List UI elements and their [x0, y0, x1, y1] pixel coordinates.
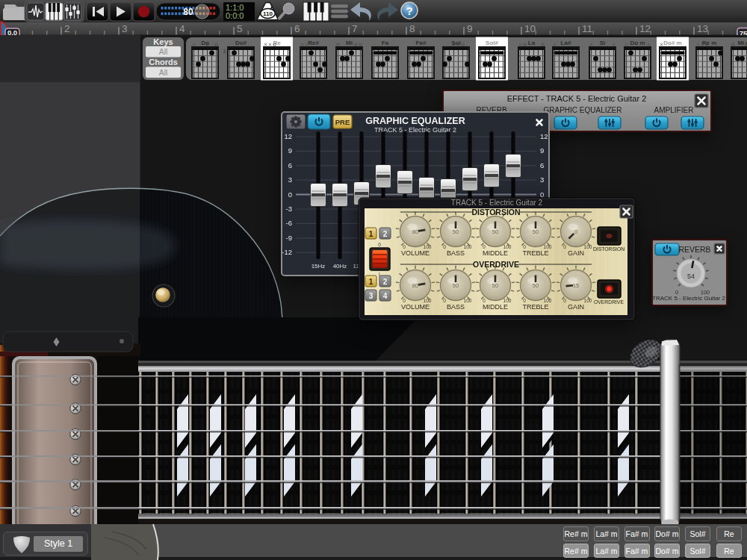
svg-text:-3: -3 [286, 205, 292, 213]
svg-text:50: 50 [533, 228, 539, 235]
svg-text:Do m: Do m [630, 40, 645, 46]
svg-text:0: 0 [378, 242, 381, 247]
svg-text:100: 100 [464, 298, 472, 303]
svg-text:All: All [159, 47, 168, 56]
svg-text:10: 10 [524, 23, 536, 34]
svg-text:100: 100 [544, 298, 552, 303]
svg-text:100: 100 [584, 298, 592, 303]
svg-text:6: 6 [294, 23, 300, 34]
svg-text:50: 50 [492, 282, 498, 289]
svg-text:12: 12 [540, 132, 548, 140]
svg-text:TRACK 5 - Electric Guitar 2: TRACK 5 - Electric Guitar 2 [451, 199, 543, 207]
svg-text:0:0:0: 0:0:0 [226, 11, 244, 20]
svg-text:MIDDLE: MIDDLE [483, 303, 508, 311]
svg-text:La: La [528, 40, 536, 46]
svg-text:-12: -12 [282, 248, 292, 256]
svg-text:Sol: Sol [451, 40, 460, 46]
svg-text:REVERB: REVERB [678, 245, 710, 254]
svg-text:Mi m: Mi m [737, 40, 747, 46]
svg-text:3: 3 [223, 49, 226, 54]
svg-text:0: 0 [443, 298, 446, 303]
svg-text:100: 100 [503, 244, 512, 249]
svg-text:Keys: Keys [153, 37, 173, 46]
svg-text:0: 0 [403, 298, 406, 303]
svg-text:TREBLE: TREBLE [522, 249, 548, 257]
svg-text:50: 50 [533, 282, 539, 289]
svg-text:6: 6 [540, 161, 544, 169]
svg-text:13: 13 [697, 23, 708, 34]
svg-text:DISTORSION: DISTORSION [471, 208, 520, 217]
svg-text:100: 100 [544, 244, 552, 249]
svg-text:Mi: Mi [346, 40, 353, 46]
svg-text:80: 80 [412, 282, 418, 289]
svg-text:?: ? [406, 4, 412, 17]
svg-text:0: 0 [563, 244, 566, 249]
svg-text:AMPLIFIER: AMPLIFIER [654, 106, 694, 114]
svg-text:50: 50 [453, 228, 459, 235]
svg-text:Fa#: Fa# [416, 40, 427, 46]
svg-text:9: 9 [288, 146, 292, 155]
svg-text:Do: Do [201, 40, 209, 46]
svg-text:80: 80 [183, 7, 193, 17]
svg-text:3: 3 [540, 175, 544, 184]
svg-text:0: 0 [523, 244, 526, 249]
svg-text:100: 100 [584, 244, 592, 249]
svg-text:5: 5 [237, 23, 243, 34]
svg-text:2: 2 [383, 278, 388, 286]
svg-text:0: 0 [288, 190, 292, 199]
svg-text:7: 7 [352, 23, 358, 34]
svg-text:40Hz: 40Hz [333, 263, 347, 270]
svg-text:11: 11 [582, 23, 592, 34]
svg-text:2: 2 [383, 230, 388, 238]
svg-text:VOLUME: VOLUME [401, 303, 430, 311]
svg-text:All: All [159, 68, 168, 77]
svg-text:54: 54 [687, 273, 695, 280]
svg-text:GRAPHIC EQUALIZER: GRAPHIC EQUALIZER [543, 106, 622, 114]
svg-text:100: 100 [503, 298, 512, 303]
svg-text:0: 0 [563, 298, 566, 303]
svg-text:0: 0 [483, 244, 486, 249]
svg-text:BASS: BASS [447, 303, 465, 311]
svg-text:0: 0 [574, 228, 577, 235]
svg-text:BASS: BASS [447, 249, 465, 257]
svg-text:TREBLE: TREBLE [522, 303, 548, 311]
svg-text:2: 2 [64, 23, 70, 34]
svg-text:Fa: Fa [382, 40, 389, 46]
svg-text:TRACK 5 - Electric Guitar 2: TRACK 5 - Electric Guitar 2 [374, 126, 456, 134]
svg-text:15: 15 [573, 282, 579, 289]
svg-text:0: 0 [443, 244, 446, 249]
svg-text:12: 12 [284, 132, 292, 140]
svg-text:100: 100 [424, 244, 432, 249]
svg-text:TRACK 5 - Electric Guitar 2: TRACK 5 - Electric Guitar 2 [652, 295, 725, 302]
svg-text:110: 110 [263, 10, 273, 17]
svg-text:DISTORSION: DISTORSION [593, 246, 624, 252]
svg-text:Chords: Chords [149, 57, 178, 66]
svg-text:-6: -6 [286, 219, 292, 227]
svg-text:Do# m: Do# m [663, 40, 681, 46]
svg-text:Re m: Re m [702, 40, 717, 46]
svg-text:3: 3 [288, 175, 292, 184]
svg-text:Do#: Do# [235, 40, 247, 46]
svg-text:La#: La# [561, 40, 571, 46]
svg-text:MIDDLE: MIDDLE [483, 249, 508, 257]
svg-text:GAIN: GAIN [568, 249, 584, 257]
svg-text:9: 9 [467, 23, 473, 34]
svg-text:4: 4 [383, 292, 388, 300]
svg-text:GAIN: GAIN [568, 303, 584, 311]
svg-text:0: 0 [483, 298, 486, 303]
svg-text:8: 8 [409, 23, 415, 34]
svg-text:0: 0 [403, 244, 406, 249]
svg-text:PRE: PRE [335, 118, 350, 126]
svg-text:9: 9 [540, 146, 544, 155]
svg-text:Sol#: Sol# [486, 40, 498, 46]
svg-text:100: 100 [424, 298, 432, 303]
svg-text:OVERDRIVE: OVERDRIVE [594, 299, 624, 305]
svg-text:-9: -9 [286, 234, 292, 242]
svg-text:Re: Re [273, 40, 281, 46]
svg-text:OVERDRIVE: OVERDRIVE [473, 260, 519, 269]
svg-text:Re#: Re# [308, 40, 319, 46]
svg-text:12: 12 [639, 23, 651, 34]
svg-text:4: 4 [179, 23, 185, 34]
svg-text:1: 1 [369, 278, 374, 286]
svg-text:3: 3 [122, 23, 128, 34]
